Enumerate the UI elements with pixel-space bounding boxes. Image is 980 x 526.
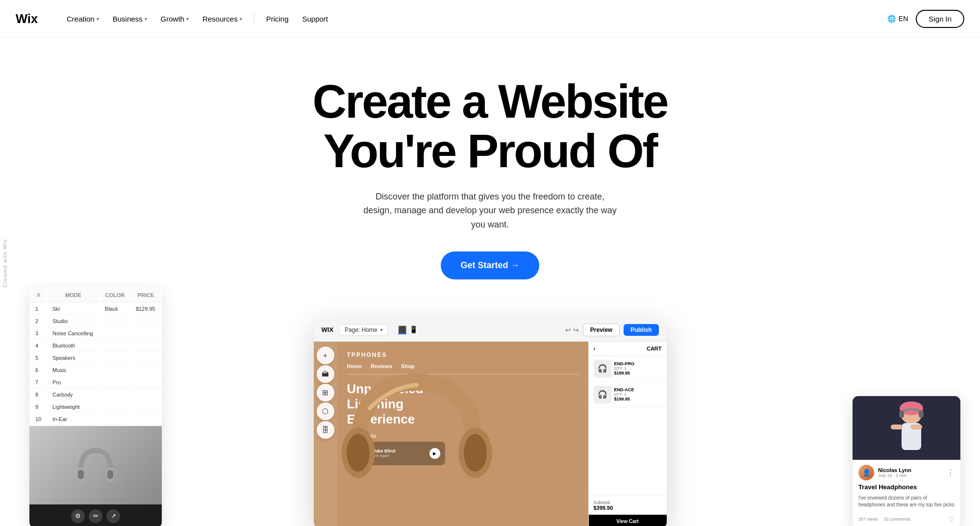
nav-business[interactable]: Business ▾ xyxy=(107,11,153,27)
add-element-icon[interactable]: + xyxy=(317,347,334,364)
card-controls: ⚙ ✏ ↗ xyxy=(29,504,162,526)
cart-subtotal: Subtotal: $399.90 xyxy=(589,496,667,515)
browser-toolbar: WIX Page: Home ▾ ⬛ 📱 ↩ ↪ Preview Publish xyxy=(314,319,667,342)
database-icon[interactable]: 🗄 xyxy=(317,421,334,439)
undo-redo-group: ↩ ↪ xyxy=(565,326,579,334)
nav-right: 🌐 EN Sign In xyxy=(887,10,964,28)
avatar: 👤 xyxy=(858,465,874,480)
cart-item-image: 🎧 xyxy=(594,386,611,403)
author-date: July 16 · 3 min xyxy=(878,473,943,478)
chevron-down-icon: ▾ xyxy=(380,327,383,332)
hero-subtitle: Discover the platform that gives you the… xyxy=(363,190,618,232)
comment-count: 32 comments xyxy=(884,517,910,522)
settings-button[interactable]: ⚙ xyxy=(71,509,85,523)
cart-item-price: $199.95 xyxy=(614,371,662,376)
blog-author: 👤 Nicolas Lynn July 16 · 3 min ⋮ xyxy=(853,460,960,483)
preview-button[interactable]: Preview xyxy=(583,324,620,336)
site-content-area: TPPHONES Home Reviews Shop Unparalleled … xyxy=(337,342,588,526)
chevron-down-icon: ▾ xyxy=(97,16,99,22)
blog-stats: 257 views 32 comments ♡ xyxy=(853,512,960,526)
more-options-icon[interactable]: ⋮ xyxy=(947,468,955,477)
col-header-price: Price xyxy=(131,288,161,302)
nav-links: Creation ▾ Business ▾ Growth ▾ Resources… xyxy=(61,11,887,27)
subtotal-price: $399.90 xyxy=(594,505,662,511)
browser-actions: ↩ ↪ Preview Publish xyxy=(565,324,659,336)
table-row: 1SkiBlack$129.95 xyxy=(30,303,161,315)
cart-item-name: END-PRO xyxy=(614,361,662,366)
cart-label: CART xyxy=(647,346,662,351)
cart-item-qty: QTY: 1 xyxy=(614,392,662,397)
table-row: 9Lightweight xyxy=(30,401,161,413)
col-header-mode: Mode xyxy=(48,288,99,302)
view-count: 257 views xyxy=(858,517,878,522)
chevron-down-icon: ▾ xyxy=(145,16,147,22)
language-selector[interactable]: 🌐 EN xyxy=(887,15,908,23)
cart-item-info: END-PRO QTY: 1 $199.95 xyxy=(614,361,662,376)
col-header-num: # xyxy=(30,288,47,302)
add-section-icon[interactable]: ⬡ xyxy=(317,402,334,420)
chevron-down-icon: ▾ xyxy=(240,16,242,22)
editor-toolbar: + 🏔 ⊞ ⬡ 🗄 xyxy=(314,342,337,526)
sign-in-button[interactable]: Sign In xyxy=(916,10,964,28)
product-table: # Mode Color Price 1SkiBlack$129.95 2Stu… xyxy=(29,287,162,426)
cart-item-info: END-ACE QTY: 1 $199.95 xyxy=(614,387,662,401)
page-tab[interactable]: Page: Home ▾ xyxy=(339,324,388,336)
hero-title: Create a Website You're Proud Of xyxy=(294,77,686,176)
desktop-icon[interactable]: ⬛ xyxy=(398,326,406,334)
preview-area: # Mode Color Price 1SkiBlack$129.95 2Stu… xyxy=(0,319,980,526)
redo-icon[interactable]: ↪ xyxy=(573,326,579,334)
created-with-wix-label: Created with Wix xyxy=(0,233,10,293)
globe-icon: 🌐 xyxy=(887,15,896,23)
site-logo[interactable]: Wix xyxy=(16,11,45,26)
apps-icon[interactable]: ⊞ xyxy=(317,384,334,401)
svg-rect-3 xyxy=(78,470,84,479)
table-row: 6Music xyxy=(30,365,161,376)
table-row: 10In-Ear xyxy=(30,414,161,425)
cart-item-qty: QTY: 1 xyxy=(614,366,662,371)
author-name: Nicolas Lynn xyxy=(878,467,943,473)
svg-text:Wix: Wix xyxy=(16,12,38,25)
svg-rect-13 xyxy=(891,425,903,429)
chevron-down-icon: ▾ xyxy=(186,16,189,22)
svg-rect-4 xyxy=(107,470,113,479)
wix-editor-logo: WIX xyxy=(322,326,334,333)
share-button[interactable]: ↗ xyxy=(106,509,120,523)
col-header-color: Color xyxy=(100,288,130,302)
nav-support[interactable]: Support xyxy=(297,11,334,27)
cart-item: 🎧 END-ACE QTY: 1 $199.95 xyxy=(589,382,667,408)
navbar: Wix Creation ▾ Business ▾ Growth ▾ Resou… xyxy=(0,0,980,38)
nav-growth[interactable]: Growth ▾ xyxy=(155,11,195,27)
author-info: Nicolas Lynn July 16 · 3 min xyxy=(878,467,943,478)
cart-item-image: 🎧 xyxy=(594,360,611,377)
get-started-button[interactable]: Get Started → xyxy=(441,251,539,279)
nav-creation[interactable]: Creation ▾ xyxy=(61,11,105,27)
media-icon[interactable]: 🏔 xyxy=(317,365,334,383)
like-icon[interactable]: ♡ xyxy=(948,515,955,523)
cart-item-name: END-ACE xyxy=(614,387,662,392)
view-cart-button[interactable]: View Cart xyxy=(589,515,667,526)
product-image xyxy=(29,426,162,504)
svg-rect-14 xyxy=(910,425,922,429)
headphone-image xyxy=(324,351,510,526)
cart-expand-icon[interactable]: › xyxy=(594,346,596,351)
cart-header: › CART xyxy=(589,342,667,356)
undo-icon[interactable]: ↩ xyxy=(565,326,571,334)
blog-card: 👤 Nicolas Lynn July 16 · 3 min ⋮ Travel … xyxy=(853,396,960,526)
nav-resources[interactable]: Resources ▾ xyxy=(197,11,248,27)
hero-section: Create a Website You're Proud Of Discove… xyxy=(0,38,980,309)
table-row: 2Studio xyxy=(30,316,161,327)
blog-title: Travel Headphones xyxy=(853,483,960,495)
svg-rect-15 xyxy=(899,411,904,418)
table-row: 3Noise Cancelling xyxy=(30,328,161,339)
nav-divider xyxy=(254,12,254,25)
nav-pricing[interactable]: Pricing xyxy=(260,11,295,27)
table-row: 8Carbody xyxy=(30,389,161,401)
mobile-icon[interactable]: 📱 xyxy=(409,326,418,334)
subtotal-label: Subtotal: xyxy=(594,500,662,505)
publish-button[interactable]: Publish xyxy=(624,324,658,336)
table-row: 4Bluetooth xyxy=(30,340,161,351)
cart-item-price: $199.95 xyxy=(614,397,662,401)
edit-button[interactable]: ✏ xyxy=(89,509,102,523)
cart-panel: › CART 🎧 END-PRO QTY: 1 $199.95 🎧 END-AC… xyxy=(588,342,667,526)
svg-point-6 xyxy=(347,434,370,472)
